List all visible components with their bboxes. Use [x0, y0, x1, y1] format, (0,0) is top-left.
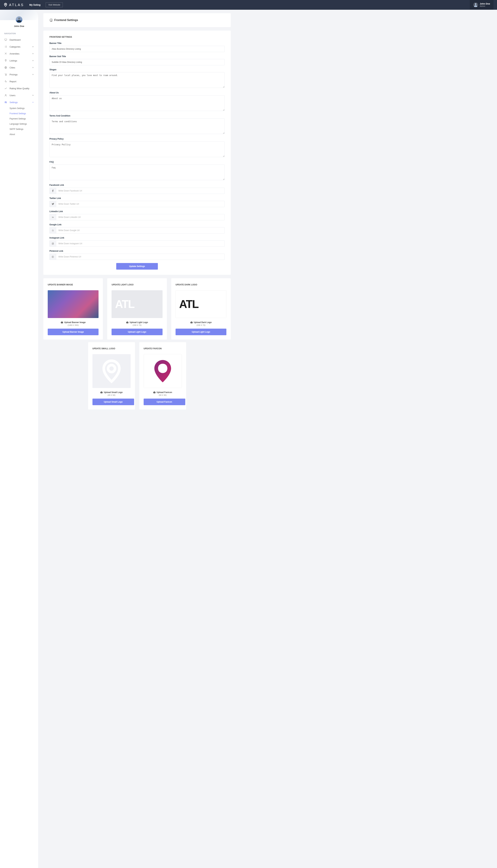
monitor-icon [4, 38, 7, 41]
sidebar-item-pricings[interactable]: Pricings [0, 71, 38, 78]
sidebar: John Doe NAVIGATION Dashboard Categories… [0, 10, 38, 868]
google-icon: G [49, 227, 56, 234]
utensils-icon [4, 52, 7, 55]
sidebar-item-label: Amenities [10, 52, 19, 55]
sidebar-item-cities[interactable]: Cities [0, 64, 38, 71]
chart-icon [4, 87, 7, 90]
sidebar-item-categories[interactable]: Categories [0, 43, 38, 50]
user-circle-icon [49, 18, 53, 22]
update-settings-button[interactable]: Update Settings [116, 263, 158, 270]
header-username: John Doe [480, 2, 490, 5]
faq-label: FAQ [49, 161, 225, 163]
dark-logo-preview: ATL [175, 290, 226, 318]
upload-small-logo-button[interactable]: Upload Small Logo [93, 399, 134, 405]
chevron-right-icon [32, 53, 34, 55]
terms-label: Terms And Condition [49, 114, 225, 117]
light-logo-preview: ATL [112, 290, 162, 318]
sidebar-item-label: Dashboard [10, 39, 20, 41]
twitter-icon [49, 201, 56, 207]
instagram-input[interactable] [56, 240, 225, 247]
map-pin-icon [4, 59, 7, 62]
upload-banner-button[interactable]: Upload Banner Image [48, 329, 99, 335]
card-title: UPDATE SMALL LOGO [93, 347, 131, 350]
banner-title-input[interactable] [49, 46, 225, 52]
sub-item-system[interactable]: System Settings [10, 106, 38, 111]
facebook-icon [49, 188, 56, 194]
camera-icon [126, 321, 129, 323]
upload-favicon-button[interactable]: Upload Favicon [144, 399, 185, 405]
sub-item-frontend[interactable]: Frontend Settings [10, 111, 38, 116]
svg-point-11 [6, 102, 7, 103]
chevron-right-icon [32, 60, 34, 61]
cart-icon [4, 73, 7, 76]
sidebar-item-label: Report [10, 80, 16, 83]
my-listing-link[interactable]: My listing [29, 3, 41, 6]
sidebar-item-users[interactable]: Users [0, 92, 38, 99]
settings-form-panel: FRONTEND SETTINGS Banner Title Banner Su… [43, 30, 231, 275]
sidebar-item-report[interactable]: Report [0, 78, 38, 85]
favicon-card: UPDATE FAVICON Upload Favicon (90 X 90) … [139, 342, 186, 410]
visit-website-button[interactable]: Visit Website [46, 2, 63, 7]
privacy-label: Privacy Policy [49, 138, 225, 140]
chevron-down-icon [32, 101, 34, 103]
nav-section-label: NAVIGATION [0, 31, 38, 36]
sidebar-item-listings[interactable]: Listings [0, 57, 38, 64]
main-content: Frontend Settings FRONTEND SETTINGS Bann… [38, 10, 236, 868]
sliders-icon [4, 101, 7, 104]
sidebar-item-label: Cities [10, 66, 15, 69]
upload-label: Upload Favicon [157, 391, 172, 394]
sidebar-item-label: Rating Wise Quality [10, 87, 29, 90]
upload-light-logo-button[interactable]: Upload Light Logo [112, 329, 162, 335]
svg-point-20 [191, 322, 192, 323]
page-title: Frontend Settings [54, 18, 78, 22]
twitter-label: Twitter Link [49, 197, 225, 199]
header-left: ATLAS My listing Visit Website [3, 2, 63, 7]
linkedin-input[interactable] [56, 214, 225, 220]
settings-submenu: System Settings Frontend Settings Paymen… [0, 106, 38, 137]
logo[interactable]: ATLAS [3, 3, 24, 7]
slogan-input[interactable]: Find your local places, you love most to… [49, 72, 225, 88]
svg-point-6 [5, 75, 6, 75]
user-icon [4, 94, 7, 97]
banner-image-preview [48, 290, 99, 318]
upload-dark-logo-button[interactable]: Upload Light Logo [175, 329, 226, 335]
about-input[interactable]: About us [49, 95, 225, 111]
sidebar-wave-decoration [0, 10, 38, 20]
pinterest-input[interactable] [56, 253, 225, 260]
banner-sub-label: Banner Sub Title [49, 55, 225, 58]
card-title: UPDATE DARK LOGO [175, 284, 226, 286]
facebook-input[interactable] [56, 188, 225, 194]
sidebar-item-amenities[interactable]: Amenities [0, 50, 38, 57]
card-title: UPDATE LIGHT LOGO [112, 284, 162, 286]
header-avatar-icon [473, 2, 478, 7]
sub-item-smtp[interactable]: SMTP Settings [10, 126, 38, 132]
sidebar-item-dashboard[interactable]: Dashboard [0, 36, 38, 43]
sub-item-about[interactable]: About [10, 132, 38, 137]
pinterest-icon [49, 253, 56, 260]
sub-item-language[interactable]: Language Settings [10, 121, 38, 126]
sidebar-item-rating[interactable]: Rating Wise Quality [0, 85, 38, 92]
dimensions: (1400 X 950) [48, 324, 99, 326]
sidebar-item-label: Categories [10, 45, 20, 48]
dimensions: (49 X 58) [93, 394, 131, 396]
svg-point-18 [61, 322, 62, 323]
header-user[interactable]: John Doe Admin [470, 0, 494, 10]
banner-sub-input[interactable] [49, 59, 225, 65]
instagram-label: Instagram Link [49, 237, 225, 239]
chevron-right-icon [32, 67, 34, 68]
privacy-input[interactable]: Privacy Poilicy [49, 141, 225, 157]
sub-item-payment[interactable]: Payment Settings [10, 116, 38, 121]
svg-point-9 [5, 102, 5, 102]
terms-input[interactable]: Terms and conditions [49, 119, 225, 134]
profile-name: John Doe [0, 25, 38, 27]
faq-input[interactable]: Faq [49, 165, 225, 180]
google-input[interactable] [56, 227, 225, 234]
pinterest-label: Pinterest Link [49, 250, 225, 252]
image-cards-row-2: UPDATE SMALL LOGO Upload Small Logo (49 … [43, 342, 231, 410]
upload-label: Upload Small Logo [104, 391, 123, 394]
camera-icon [153, 391, 156, 394]
svg-point-7 [6, 75, 6, 75]
twitter-input[interactable] [56, 201, 225, 207]
sidebar-item-settings[interactable]: Settings [0, 99, 38, 106]
svg-point-8 [5, 94, 6, 95]
